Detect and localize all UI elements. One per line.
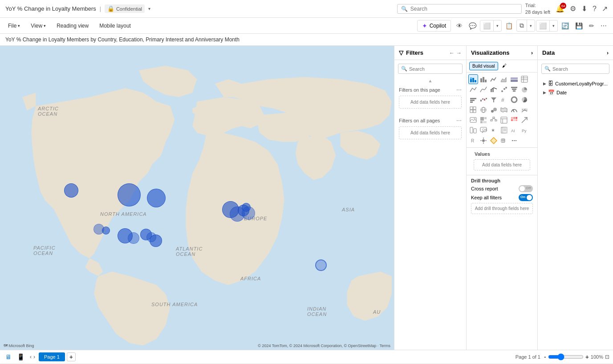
viz-table2[interactable] [499,115,509,125]
viz-hash[interactable]: # [499,95,509,105]
menu-file[interactable]: File ▾ [4,21,24,31]
format-icon-btn[interactable]: ⧉ [517,20,527,31]
viz-expand-btn[interactable]: › [531,50,533,56]
viz-map-filled2[interactable] [499,105,509,115]
viz-custom2[interactable] [479,136,488,146]
viz-heatmap[interactable] [509,115,519,125]
download-btn[interactable]: ⬇ [581,4,587,13]
notifications-btn[interactable]: 🔔 64 [556,4,564,13]
view-icon-btn[interactable]: ⬜ [536,20,550,31]
viz-r[interactable]: R [468,136,478,146]
data-search[interactable]: 🔍 [541,64,609,74]
viz-ribbon[interactable] [479,85,488,94]
menu-view[interactable]: View ▾ [26,21,50,31]
viz-treemap[interactable] [479,115,488,125]
build-visual-tab[interactable]: Build visual [469,62,498,70]
viz-line2[interactable] [468,85,478,94]
data-search-input[interactable] [552,66,606,72]
cross-report-toggle[interactable]: Off [519,185,533,192]
viz-bubble[interactable] [489,105,499,115]
viz-bar-chart[interactable] [479,74,488,84]
viz-combo[interactable] [489,85,499,94]
viz-more[interactable]: ⋯ [509,136,519,146]
viz-python[interactable]: Py [520,125,529,135]
viz-funnel[interactable] [509,85,519,94]
zoom-out-btn[interactable]: - [544,353,546,360]
viz-paginated[interactable] [499,125,509,135]
filter-search[interactable]: 🔍 [398,64,463,74]
menu-reading-view[interactable]: Reading view [52,21,93,31]
drill-add-fields[interactable]: Add drill through fields here [471,203,533,214]
edit-icon-btn[interactable]: ✏ [586,20,597,31]
viz-stacked-bar[interactable] [468,74,478,84]
viz-image[interactable] [468,115,478,125]
viz-gauge[interactable] [509,105,519,115]
viz-qa[interactable]: Q&A [479,125,488,135]
viz-donut[interactable] [509,95,519,105]
viz-ai[interactable]: AI [509,125,519,135]
viz-arrow[interactable] [520,115,529,125]
comment-icon-btn[interactable]: 💬 [466,20,479,31]
share-btn[interactable]: ↗ [602,4,608,13]
top-search-input[interactable] [410,6,518,12]
top-search-box[interactable]: 🔍 [397,4,522,14]
filter-search-input[interactable] [409,66,459,72]
refresh-icon-btn[interactable]: 🔄 [559,20,572,31]
next-page-btn[interactable]: › [33,354,35,360]
page-1-tab[interactable]: Page 1 [39,352,65,361]
copilot-btn[interactable]: ✦ Copilot [417,20,451,32]
filters-all-pages-more[interactable]: ⋯ [456,117,462,124]
viz-bar3[interactable] [468,95,478,105]
viz-matrix[interactable] [468,105,478,115]
viz-line-chart[interactable] [489,74,499,84]
viz-kpi[interactable]: KPI [520,105,529,115]
filters-back-btn[interactable]: ← [449,50,455,56]
confidential-badge: 🔒 Confidential [105,4,145,13]
svg-text:#: # [501,97,504,103]
viz-stacked-area[interactable] [509,74,519,84]
mobile-view-btn[interactable]: 📱 [15,352,26,361]
viz-pie[interactable] [520,95,529,105]
format-dropdown-btn[interactable]: ▾ [527,22,535,30]
filters-this-page-add[interactable]: Add data fields here [399,96,462,109]
map-area[interactable]: ArcticOcean NORTH AMERICA PacificOcean A… [0,46,394,350]
viz-decomp[interactable] [489,115,499,125]
values-add-fields[interactable]: Add data fields here [474,159,530,170]
data-expand-btn[interactable]: › [607,50,609,56]
keep-filters-toggle[interactable]: On [519,194,533,201]
settings-btn[interactable]: ⚙ [570,4,576,13]
viz-map-filled[interactable] [479,105,488,115]
viz-waterfall[interactable] [479,95,488,105]
eye-icon-btn[interactable]: 👁 [454,20,465,31]
pages-icon-btn[interactable]: 📋 [503,20,516,31]
filters-forward-btn[interactable]: → [456,50,462,56]
viz-pie-small[interactable] [520,85,529,94]
fit-btn[interactable]: ⊡ [605,354,609,360]
desktop-view-btn[interactable]: 🖥 [4,352,13,361]
textbox-icon-btn[interactable]: ⬜ [480,20,494,31]
title-dropdown-arrow[interactable]: ▾ [148,6,150,11]
viz-diamond[interactable] [489,136,499,146]
viz-smart[interactable]: ★ [489,125,499,135]
more-icon-btn[interactable]: ⋯ [598,20,609,31]
save-icon-btn[interactable]: 💾 [572,20,585,31]
zoom-in-btn[interactable]: + [585,353,589,360]
viz-filter-icon[interactable] [489,95,499,105]
textbox-dropdown-btn[interactable]: ▾ [494,22,501,30]
prev-page-btn[interactable]: ‹ [30,354,32,360]
format-tab[interactable]: 🖌 [499,62,509,70]
data-item-date[interactable]: ▶ 📅 Date [541,88,609,97]
view-dropdown-btn[interactable]: ▾ [550,22,557,30]
zoom-slider[interactable] [548,353,584,360]
viz-edit2[interactable] [499,136,509,146]
help-btn[interactable]: ? [593,5,597,13]
viz-table[interactable] [520,74,529,84]
add-page-btn[interactable]: + [67,352,76,361]
filters-this-page-more[interactable]: ⋯ [456,87,462,93]
data-item-customer[interactable]: ▶ 🗄 CustomerLoyaltyProgr... [541,79,609,88]
viz-sync[interactable] [468,125,478,135]
viz-area-chart[interactable] [499,74,509,84]
viz-scatter[interactable] [499,85,509,94]
menu-mobile-layout[interactable]: Mobile layout [95,21,135,31]
filters-all-pages-add[interactable]: Add data fields here [399,126,462,139]
